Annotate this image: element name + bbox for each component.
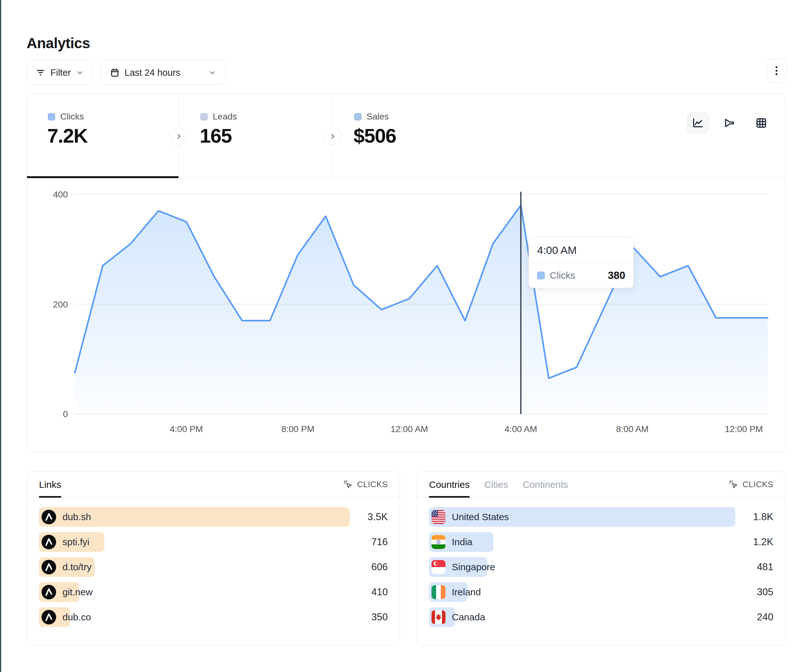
tab-sales[interactable]: Sales $506	[332, 94, 786, 178]
us-flag-icon	[432, 510, 445, 524]
clicks-timeseries-chart[interactable]: 02004004:00 PM8:00 PM12:00 AM4:00 AM8:00…	[27, 178, 785, 451]
tab-leads[interactable]: Leads 165	[179, 94, 332, 178]
links-metric-header-label: CLICKS	[357, 479, 388, 490]
row-label: dub.co	[63, 612, 91, 623]
tab-countries[interactable]: Countries	[429, 472, 469, 497]
data-row[interactable]: dub.sh3.5K	[39, 507, 388, 527]
data-row[interactable]: spti.fyi716	[39, 532, 388, 552]
row-label: Ireland	[452, 587, 481, 597]
row-label: India	[452, 537, 473, 547]
data-row[interactable]: India1.2K	[429, 532, 773, 552]
cursor-click-icon	[343, 479, 353, 490]
tab-continents[interactable]: Continents	[522, 472, 568, 497]
data-row[interactable]: git.new410	[39, 582, 388, 602]
data-row[interactable]: Ireland305	[429, 582, 773, 602]
chart-type-switcher	[687, 112, 772, 134]
tab-clicks[interactable]: Clicks 7.2K	[27, 94, 179, 178]
data-row[interactable]: dub.co350	[39, 607, 388, 627]
row-value: 3.5K	[350, 511, 388, 523]
filter-icon	[36, 68, 45, 77]
x-axis-tick-label: 8:00 PM	[281, 424, 314, 434]
countries-panel: CountriesCitiesContinents CLICKS United …	[416, 471, 786, 646]
line-chart-view-button[interactable]	[687, 112, 709, 134]
bar-track: Singapore	[429, 557, 735, 577]
filter-button-label: Filter	[50, 68, 71, 78]
bar-content: d.to/try	[41, 557, 92, 577]
leads-tab-value: 165	[200, 124, 232, 147]
y-axis-tick-label: 0	[63, 409, 68, 419]
clicks-legend-swatch	[48, 113, 55, 121]
countries-tab-group: CountriesCitiesContinents	[429, 472, 568, 497]
analytics-page: { "page": { "title": "Analytics" }, "too…	[0, 0, 812, 672]
links-rows: dub.sh3.5Kspti.fyi716d.to/try606git.new4…	[27, 498, 400, 627]
row-value: 1.8K	[735, 511, 773, 523]
row-label: d.to/try	[63, 562, 92, 573]
funnel-view-button[interactable]	[719, 112, 740, 134]
tooltip-metric-value: 380	[608, 269, 625, 281]
row-value: 305	[735, 587, 773, 598]
row-label: Canada	[452, 612, 485, 623]
expand-sales-button[interactable]	[324, 128, 341, 145]
bar-track: India	[429, 532, 735, 552]
row-label: United States	[452, 512, 509, 522]
bar-content: dub.co	[41, 607, 91, 627]
row-value: 606	[350, 561, 388, 573]
bar-content: Singapore	[432, 557, 495, 577]
data-row[interactable]: Singapore481	[429, 557, 773, 577]
y-axis-tick-label: 200	[53, 300, 68, 309]
links-metric-header[interactable]: CLICKS	[343, 479, 388, 490]
tooltip-legend-swatch	[537, 272, 545, 279]
countries-rows: United States1.8KIndia1.2KSingapore481Ir…	[417, 498, 785, 627]
data-row[interactable]: United States1.8K	[429, 507, 773, 527]
page-title: Analytics	[27, 34, 90, 52]
in-flag-icon	[432, 535, 445, 549]
row-label: dub.sh	[63, 512, 91, 522]
dub-logo-favicon	[41, 535, 56, 549]
row-value: 1.2K	[735, 536, 773, 548]
calendar-icon	[110, 68, 119, 77]
window-edge-strip	[0, 0, 1, 672]
y-axis-tick-label: 400	[53, 189, 68, 200]
date-range-label: Last 24 hours	[125, 68, 181, 78]
bar-content: spti.fyi	[41, 532, 89, 552]
data-row[interactable]: d.to/try606	[39, 557, 388, 577]
x-axis-tick-label: 12:00 AM	[391, 424, 428, 434]
countries-metric-header-label: CLICKS	[742, 479, 773, 490]
row-value: 350	[350, 611, 388, 623]
bar-track: Canada	[429, 607, 735, 627]
date-range-button[interactable]: Last 24 hours	[101, 60, 226, 85]
expand-leads-button[interactable]	[170, 128, 188, 145]
row-label: Singapore	[452, 562, 495, 573]
clicks-tab-value: 7.2K	[47, 124, 87, 147]
data-row[interactable]: Canada240	[429, 607, 773, 627]
leads-tab-label: Leads	[213, 112, 237, 122]
x-axis-tick-label: 4:00 AM	[505, 424, 537, 434]
bar-track: Ireland	[429, 582, 735, 602]
sales-tab-value: $506	[353, 124, 396, 147]
sg-flag-icon	[432, 560, 445, 574]
table-view-button[interactable]	[751, 112, 772, 134]
links-panel: Links CLICKS dub.sh3.5Kspti.fyi716d.to/t…	[27, 471, 400, 646]
metric-tabs-row: Clicks 7.2K Leads 165 Sales $506	[27, 94, 785, 178]
leads-legend-swatch	[200, 113, 208, 121]
bar-content: Canada	[432, 607, 485, 627]
filter-button[interactable]: Filter	[27, 60, 92, 85]
tab-links[interactable]: Links	[39, 472, 61, 497]
row-value: 240	[735, 611, 773, 623]
bar-track: spti.fyi	[39, 532, 350, 552]
tooltip-time: 4:00 AM	[529, 238, 633, 263]
bar-content: India	[432, 532, 473, 552]
bar-content: Ireland	[432, 582, 481, 602]
dub-logo-favicon	[41, 585, 56, 599]
more-options-button[interactable]	[767, 59, 786, 83]
sales-legend-swatch	[354, 113, 362, 121]
row-value: 716	[350, 536, 388, 548]
countries-metric-header[interactable]: CLICKS	[728, 479, 773, 490]
tooltip-metric-label: Clicks	[550, 270, 575, 281]
bar-track: dub.sh	[39, 507, 350, 527]
tab-cities[interactable]: Cities	[484, 472, 508, 497]
row-label: spti.fyi	[63, 537, 89, 547]
ca-flag-icon	[432, 610, 445, 624]
analytics-card: Clicks 7.2K Leads 165 Sales $506	[27, 94, 786, 452]
chevron-down-icon	[76, 68, 84, 77]
